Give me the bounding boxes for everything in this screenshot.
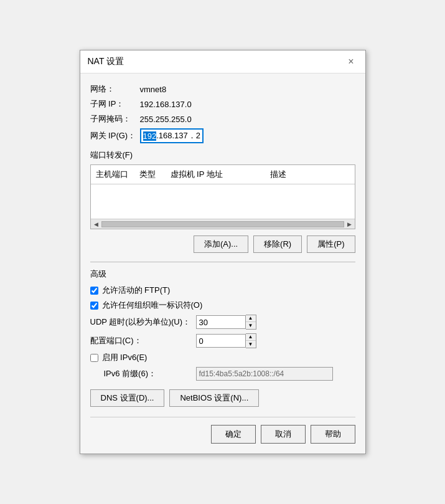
subnet-mask-value: 255.255.255.0 [140,115,192,124]
col-host-port: 主机端口 [92,168,136,181]
config-port-row: 配置端口(C)： ▲ ▼ [90,333,355,348]
scroll-thumb[interactable] [101,221,344,227]
org-checkbox-row: 允许任何组织唯一标识符(O) [90,300,355,311]
org-checkbox[interactable] [90,302,98,310]
config-port-input[interactable] [196,334,246,348]
col-vm-ip: 虚拟机 IP 地址 [167,168,266,181]
bottom-left-buttons: DNS 设置(D)... NetBIOS 设置(N)... [90,389,355,407]
scroll-right-icon[interactable]: ▶ [345,221,354,227]
confirm-buttons: 确定 取消 帮助 [90,417,355,444]
network-row: 网络： vmnet8 [90,83,355,95]
port-forward-label: 端口转发(F) [90,150,355,161]
remove-button[interactable]: 移除(R) [253,235,302,253]
gateway-label: 网关 IP(G)： [90,130,140,141]
udp-down-button[interactable]: ▼ [246,322,256,329]
gateway-highlight: 192 [143,131,157,141]
col-type: 类型 [136,168,167,181]
horizontal-scrollbar[interactable]: ◀ ▶ [91,219,355,229]
scroll-left-icon[interactable]: ◀ [92,221,100,227]
ipv6-checkbox[interactable] [90,354,98,362]
table-body [91,184,355,219]
add-button[interactable]: 添加(A)... [194,235,248,253]
network-value: vmnet8 [140,85,167,94]
ipv6-prefix-label: IPv6 前缀(6)： [90,368,196,379]
help-button[interactable]: 帮助 [311,425,355,444]
udp-label: UDP 超时(以秒为单位)(U)： [90,316,196,328]
table-header: 主机端口 类型 虚拟机 IP 地址 描述 [91,165,355,184]
nat-settings-dialog: NAT 设置 × 网络： vmnet8 子网 IP： 192.168.137.0… [80,50,366,454]
dialog-title: NAT 设置 [88,56,124,67]
subnet-ip-label: 子网 IP： [90,98,140,110]
config-port-up-button[interactable]: ▲ [246,334,256,341]
udp-row: UDP 超时(以秒为单位)(U)： ▲ ▼ [90,315,355,330]
udp-spinner: ▲ ▼ [196,315,256,330]
divider [90,262,355,262]
ipv6-checkbox-row: 启用 IPv6(E) [90,352,355,363]
udp-input[interactable] [196,315,246,329]
col-desc: 描述 [266,168,354,181]
config-port-spinner: ▲ ▼ [196,333,256,348]
ipv6-prefix-row: IPv6 前缀(6)： [90,367,355,381]
subnet-ip-row: 子网 IP： 192.168.137.0 [90,98,355,110]
ipv6-label: 启用 IPv6(E) [102,352,148,363]
ftp-label: 允许活动的 FTP(T) [102,285,171,296]
network-label: 网络： [90,83,140,95]
subnet-mask-row: 子网掩码： 255.255.255.0 [90,113,355,125]
org-label: 允许任何组织唯一标识符(O) [102,300,203,311]
config-port-label: 配置端口(C)： [90,335,196,346]
subnet-mask-label: 子网掩码： [90,113,140,125]
port-forward-buttons: 添加(A)... 移除(R) 属性(P) [90,235,355,253]
ftp-checkbox-row: 允许活动的 FTP(T) [90,285,355,296]
port-forward-table: 主机端口 类型 虚拟机 IP 地址 描述 ◀ ▶ [90,164,355,229]
ipv6-prefix-input[interactable] [196,367,333,381]
ok-button[interactable]: 确定 [211,425,256,444]
config-port-spinner-buttons: ▲ ▼ [246,333,256,348]
cancel-button[interactable]: 取消 [261,425,306,444]
udp-up-button[interactable]: ▲ [246,315,256,322]
gateway-input[interactable]: 192.168.137．2 [140,128,204,143]
subnet-ip-value: 192.168.137.0 [140,100,192,109]
gateway-row: 网关 IP(G)： 192.168.137．2 [90,128,355,143]
dns-button[interactable]: DNS 设置(D)... [90,389,165,407]
netbios-button[interactable]: NetBIOS 设置(N)... [169,389,259,407]
gateway-rest: .168.137．2 [156,130,200,141]
close-button[interactable]: × [344,55,357,68]
title-bar: NAT 设置 × [80,50,365,74]
udp-spinner-buttons: ▲ ▼ [246,315,256,330]
advanced-title: 高级 [90,269,355,280]
ftp-checkbox[interactable] [90,287,98,295]
props-button[interactable]: 属性(P) [307,235,355,253]
config-port-down-button[interactable]: ▼ [246,341,256,348]
dialog-content: 网络： vmnet8 子网 IP： 192.168.137.0 子网掩码： 25… [80,74,365,454]
